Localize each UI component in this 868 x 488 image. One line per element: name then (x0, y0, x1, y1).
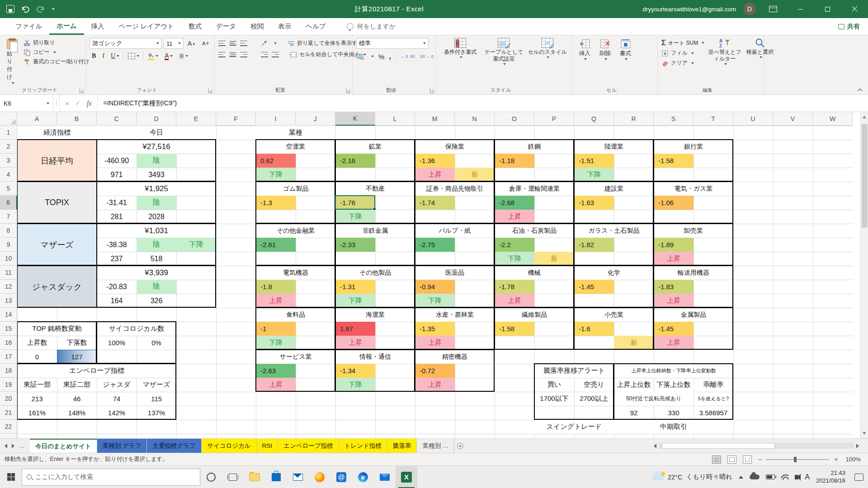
borders-button[interactable] (126, 53, 142, 59)
cell-K16[interactable]: 上昇 (335, 336, 375, 350)
ribbon-tab-8[interactable]: ヘルプ (298, 18, 333, 35)
cell-M19[interactable]: 上昇 (415, 378, 455, 392)
cell-S16[interactable]: 上昇 (654, 336, 693, 350)
redo-icon[interactable] (36, 5, 45, 13)
edge-button[interactable]: e (352, 466, 374, 488)
row-header-18[interactable]: 18 (0, 364, 17, 378)
cell-I15[interactable]: -1 (256, 322, 296, 336)
cell-M18[interactable]: -0.72 (415, 364, 455, 378)
cell-N4[interactable]: 新 (455, 168, 495, 182)
zoom-in-icon[interactable]: ＋ (833, 455, 840, 464)
cell-R20[interactable]: 50付近で反転兆候あり (614, 392, 693, 406)
cell-B16[interactable]: 下落数 (57, 336, 97, 350)
row-header-16[interactable]: 16 (0, 336, 17, 350)
cell-S14[interactable]: 金属製品 (654, 308, 733, 322)
sheet-tab-8[interactable]: 業種別 … (417, 439, 454, 453)
ribbon-tab-1[interactable]: ホーム (49, 18, 84, 35)
cell-S13[interactable]: 上昇 (654, 294, 693, 308)
cell-B20[interactable]: 46 (57, 392, 97, 406)
cell-R19[interactable]: 上昇上位数 (614, 378, 654, 392)
cell-C2[interactable]: ¥27,516 (97, 140, 216, 154)
ribbon-tab-6[interactable]: 校閲 (243, 18, 271, 35)
col-header-D[interactable]: D (137, 112, 176, 126)
cell-K2[interactable]: 鉱業 (335, 140, 415, 154)
bottom-align-icon[interactable] (240, 41, 247, 46)
format-painter-button[interactable]: 書式のコピー/貼り付け (24, 58, 90, 66)
horizontal-scroll-thumb[interactable] (662, 443, 775, 449)
cell-C5[interactable]: ¥1,925 (97, 182, 216, 196)
excel-taskbar-button[interactable]: X (396, 466, 417, 488)
cell-D16[interactable]: 0% (137, 336, 176, 350)
row-header-4[interactable]: 4 (0, 168, 17, 182)
cell-I14[interactable]: 食料品 (256, 308, 335, 322)
cell-S8[interactable]: 卸売業 (654, 224, 733, 238)
cell-A18[interactable]: エンベロープ指標 (17, 364, 176, 378)
sheet-tab-7[interactable]: 騰落率 (387, 439, 417, 453)
cell-M9[interactable]: -2.75 (415, 238, 455, 252)
collapse-ribbon-icon[interactable] (857, 88, 863, 92)
row-header-5[interactable]: 5 (0, 182, 17, 196)
formula-input[interactable]: =INDIRECT("業種別!C9") (98, 95, 868, 112)
cell-C16[interactable]: 100% (97, 336, 137, 350)
col-header-C[interactable]: C (97, 112, 137, 126)
cell-D21[interactable]: 137% (137, 406, 176, 420)
cell-S6[interactable]: -1.06 (654, 196, 693, 210)
decrease-indent-icon[interactable] (261, 52, 268, 57)
cell-I17[interactable]: サービス業 (256, 350, 335, 364)
cell-I5[interactable]: ゴム製品 (256, 182, 335, 196)
weather-widget[interactable]: 22°C くもり時々晴れ (652, 473, 732, 481)
cell-C15[interactable]: サイコロジカル数 (97, 322, 176, 336)
clipboard-dialog-launcher-icon[interactable] (80, 89, 84, 93)
cell-D9[interactable]: 陰 (137, 238, 176, 252)
cell-I11[interactable]: 電気機器 (256, 266, 335, 280)
row-header-19[interactable]: 19 (0, 378, 17, 392)
confirm-entry-icon[interactable]: ✓ (75, 100, 80, 107)
cell-O13[interactable]: 上昇 (495, 294, 534, 308)
col-header-W[interactable]: W (813, 112, 853, 126)
cell-Q4[interactable]: 下降 (574, 168, 614, 182)
row-header-17[interactable]: 17 (0, 350, 17, 364)
cell-C21[interactable]: 142% (97, 406, 137, 420)
cell-T20[interactable]: 5を超えると? (693, 392, 733, 406)
cell-P10[interactable]: 新 (534, 252, 574, 266)
row-header-23[interactable]: 23 (0, 434, 17, 438)
cell-C19[interactable]: ジャスダ (97, 378, 137, 392)
cell-C10[interactable]: 237 (97, 252, 137, 266)
decrease-decimal-button[interactable]: .00 →.0 (420, 54, 434, 59)
conditional-formatting-button[interactable]: 条件付き書式 (440, 38, 481, 85)
cell-S21[interactable]: 330 (654, 406, 693, 420)
mail2-button[interactable] (374, 466, 396, 488)
cell-R16[interactable]: 新 (614, 336, 654, 350)
font-name-combo[interactable]: 游ゴシック (90, 38, 162, 49)
insert-function-icon[interactable]: fx (87, 99, 92, 108)
prev-sheet-icon[interactable] (5, 444, 7, 448)
font-dialog-launcher-icon[interactable] (208, 89, 213, 93)
cell-M8[interactable]: パルプ・紙 (415, 224, 495, 238)
ribbon-tab-5[interactable]: データ (209, 18, 243, 35)
row-header-21[interactable]: 21 (0, 406, 17, 420)
vertical-scroll-thumb[interactable] (862, 124, 868, 228)
account-email[interactable]: dryyourtearswithlove1@gmail.com (642, 6, 736, 13)
cell-A21[interactable]: 161% (17, 406, 57, 420)
cell-K12[interactable]: -1.31 (335, 280, 375, 294)
cell-O8[interactable]: 石油・石炭製品 (495, 224, 574, 238)
outlook-button[interactable]: @ (330, 466, 352, 488)
row-header-7[interactable]: 7 (0, 210, 17, 224)
fill-button[interactable]: フィル (661, 49, 704, 57)
row-header-15[interactable]: 15 (0, 322, 17, 336)
cell-I18[interactable]: -2.63 (256, 364, 296, 378)
hidden-icons-chevron-icon[interactable] (739, 476, 743, 479)
col-header-R[interactable]: R (614, 112, 654, 126)
cell-Q14[interactable]: 小売業 (574, 308, 654, 322)
task-view-button[interactable] (222, 466, 244, 488)
cell-D7[interactable]: 2028 (137, 210, 176, 224)
col-header-E[interactable]: E (176, 112, 216, 126)
bold-button[interactable]: B (90, 52, 98, 60)
cell-Q6[interactable]: -1.63 (574, 196, 614, 210)
cell-O6[interactable]: -2.68 (495, 196, 534, 210)
col-header-B[interactable]: B (57, 112, 97, 126)
cell-S2[interactable]: 銀行業 (654, 140, 733, 154)
font-size-combo[interactable]: 11 (164, 38, 184, 49)
cell-M6[interactable]: -1.74 (415, 196, 455, 210)
top-align-icon[interactable] (218, 41, 226, 46)
